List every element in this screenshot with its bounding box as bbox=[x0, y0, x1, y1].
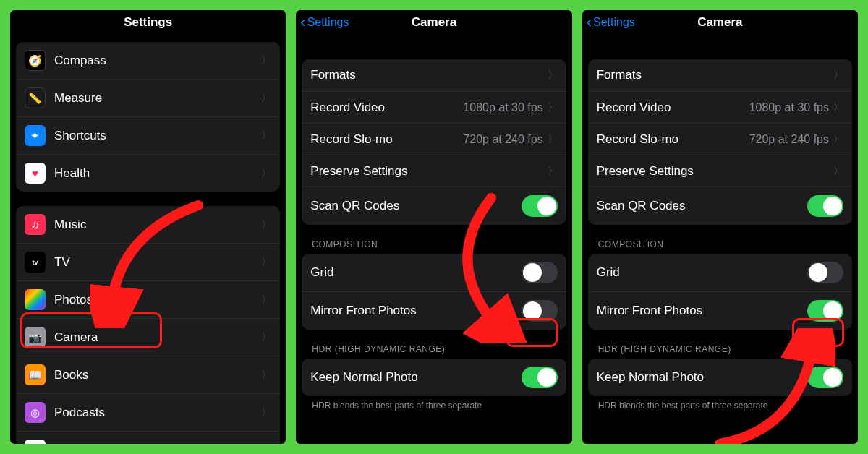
camera-group-composition: Grid Mirror Front Photos bbox=[588, 254, 852, 330]
row-scan-qr: Scan QR Codes bbox=[302, 187, 566, 225]
navbar: ‹ Settings Camera bbox=[296, 10, 571, 35]
toggle-grid[interactable] bbox=[522, 262, 558, 283]
camera-scroll[interactable]: Formats 〉 Record Video 1080p at 30 fps 〉… bbox=[296, 35, 571, 412]
label-mirror: Mirror Front Photos bbox=[597, 304, 807, 318]
chevron-right-icon: 〉 bbox=[261, 218, 271, 231]
section-header-hdr: HDR (HIGH DYNAMIC RANGE) bbox=[598, 344, 852, 354]
row-tv[interactable]: tv TV 〉 bbox=[16, 243, 280, 280]
detail-record-slomo: 720p at 240 fps bbox=[463, 133, 542, 146]
row-podcasts[interactable]: ◎ Podcasts 〉 bbox=[16, 393, 280, 431]
label-preserve: Preserve Settings bbox=[310, 164, 547, 179]
row-keep-normal-photo: Keep Normal Photo bbox=[302, 359, 566, 396]
detail-record-video: 1080p at 30 fps bbox=[749, 101, 829, 114]
compass-icon: 🧭 bbox=[25, 50, 46, 71]
settings-panel: Settings 🧭 Compass 〉 📏 Measure 〉 ✦ Short… bbox=[10, 10, 286, 444]
label-podcasts: Podcasts bbox=[54, 406, 261, 420]
row-preserve-settings[interactable]: Preserve Settings 〉 bbox=[588, 155, 852, 187]
row-shortcuts[interactable]: ✦ Shortcuts 〉 bbox=[16, 116, 280, 154]
section-header-hdr: HDR (HIGH DYNAMIC RANGE) bbox=[312, 344, 566, 354]
music-icon: ♫ bbox=[25, 214, 46, 235]
label-grid: Grid bbox=[310, 265, 521, 280]
detail-record-slomo: 720p at 240 fps bbox=[749, 133, 829, 146]
chevron-right-icon: 〉 bbox=[261, 167, 271, 180]
label-tv: TV bbox=[54, 255, 261, 270]
chevron-right-icon: 〉 bbox=[833, 165, 843, 178]
chevron-right-icon: 〉 bbox=[261, 406, 271, 419]
camera-group-main: Formats 〉 Record Video 1080p at 30 fps 〉… bbox=[588, 59, 852, 225]
row-record-slomo[interactable]: Record Slo-mo 720p at 240 fps 〉 bbox=[588, 123, 852, 155]
chevron-right-icon: 〉 bbox=[261, 294, 271, 307]
page-title: Camera bbox=[697, 15, 742, 30]
camera-icon: 📷 bbox=[25, 327, 46, 348]
chevron-right-icon: 〉 bbox=[833, 69, 843, 82]
photos-icon bbox=[25, 289, 46, 310]
label-gamecenter: Game Center bbox=[54, 443, 261, 445]
row-record-slomo[interactable]: Record Slo-mo 720p at 240 fps 〉 bbox=[302, 123, 566, 155]
camera-settings-panel-before: ‹ Settings Camera Formats 〉 Record Video… bbox=[296, 10, 571, 444]
row-books[interactable]: 📖 Books 〉 bbox=[16, 356, 280, 393]
toggle-keep-normal-photo[interactable] bbox=[807, 367, 843, 388]
back-button[interactable]: ‹ Settings bbox=[587, 14, 635, 30]
chevron-right-icon: 〉 bbox=[261, 256, 271, 269]
navbar: Settings bbox=[10, 10, 286, 35]
row-music[interactable]: ♫ Music 〉 bbox=[16, 206, 280, 243]
row-health[interactable]: ♥ Health 〉 bbox=[16, 154, 280, 192]
label-keep-normal: Keep Normal Photo bbox=[597, 370, 807, 385]
chevron-right-icon: 〉 bbox=[261, 129, 271, 142]
toggle-keep-normal-photo[interactable] bbox=[522, 367, 558, 388]
row-grid: Grid bbox=[302, 254, 566, 291]
chevron-back-icon: ‹ bbox=[587, 14, 592, 30]
settings-group-media: ♫ Music 〉 tv TV 〉 Photos 〉 📷 Camera 〉 📖 bbox=[16, 206, 280, 444]
label-photos: Photos bbox=[54, 293, 261, 307]
chevron-right-icon: 〉 bbox=[548, 133, 558, 146]
row-camera[interactable]: 📷 Camera 〉 bbox=[16, 318, 280, 356]
camera-group-composition: Grid Mirror Front Photos bbox=[302, 254, 566, 330]
label-formats: Formats bbox=[310, 68, 547, 82]
section-header-composition: COMPOSITION bbox=[312, 239, 566, 249]
chevron-right-icon: 〉 bbox=[548, 165, 558, 178]
chevron-right-icon: 〉 bbox=[833, 101, 843, 114]
label-record-slomo: Record Slo-mo bbox=[310, 132, 463, 147]
toggle-scan-qr[interactable] bbox=[522, 195, 558, 217]
row-measure[interactable]: 📏 Measure 〉 bbox=[16, 79, 280, 116]
toggle-grid[interactable] bbox=[807, 262, 843, 283]
detail-record-video: 1080p at 30 fps bbox=[463, 101, 542, 114]
row-record-video[interactable]: Record Video 1080p at 30 fps 〉 bbox=[588, 91, 852, 123]
row-photos[interactable]: Photos 〉 bbox=[16, 280, 280, 318]
row-compass[interactable]: 🧭 Compass 〉 bbox=[16, 42, 280, 79]
navbar: ‹ Settings Camera bbox=[582, 10, 858, 35]
label-mirror: Mirror Front Photos bbox=[310, 304, 521, 318]
chevron-right-icon: 〉 bbox=[548, 101, 558, 114]
page-title: Settings bbox=[124, 15, 172, 30]
settings-scroll[interactable]: 🧭 Compass 〉 📏 Measure 〉 ✦ Shortcuts 〉 ♥ … bbox=[10, 35, 286, 444]
row-formats[interactable]: Formats 〉 bbox=[302, 59, 566, 91]
camera-settings-panel-after: ‹ Settings Camera Formats 〉 Record Video… bbox=[582, 10, 858, 444]
label-music: Music bbox=[54, 218, 261, 232]
toggle-mirror-front-photos[interactable] bbox=[807, 300, 843, 322]
chevron-right-icon: 〉 bbox=[833, 133, 843, 146]
row-preserve-settings[interactable]: Preserve Settings 〉 bbox=[302, 155, 566, 187]
chevron-right-icon: 〉 bbox=[261, 444, 271, 445]
hdr-footer-text: HDR blends the best parts of three separ… bbox=[312, 401, 556, 412]
toggle-scan-qr[interactable] bbox=[807, 195, 843, 217]
label-preserve: Preserve Settings bbox=[597, 164, 833, 179]
label-books: Books bbox=[54, 368, 261, 382]
label-measure: Measure bbox=[54, 91, 261, 106]
row-formats[interactable]: Formats 〉 bbox=[588, 59, 852, 91]
label-record-video: Record Video bbox=[310, 100, 463, 115]
label-shortcuts: Shortcuts bbox=[54, 129, 261, 143]
hdr-footer-text: HDR blends the best parts of three separ… bbox=[598, 401, 842, 412]
chevron-right-icon: 〉 bbox=[548, 69, 558, 82]
row-record-video[interactable]: Record Video 1080p at 30 fps 〉 bbox=[302, 91, 566, 123]
toggle-mirror-front-photos[interactable] bbox=[522, 300, 558, 322]
camera-scroll[interactable]: Formats 〉 Record Video 1080p at 30 fps 〉… bbox=[582, 35, 858, 412]
health-icon: ♥ bbox=[25, 163, 46, 184]
label-health: Health bbox=[54, 166, 261, 181]
back-label: Settings bbox=[593, 16, 635, 29]
camera-group-hdr: Keep Normal Photo bbox=[588, 359, 852, 396]
label-camera: Camera bbox=[54, 330, 261, 345]
row-gamecenter[interactable]: 🎮 Game Center 〉 bbox=[16, 431, 280, 444]
back-button[interactable]: ‹ Settings bbox=[300, 14, 349, 30]
measure-icon: 📏 bbox=[25, 87, 46, 108]
settings-group-utilities: 🧭 Compass 〉 📏 Measure 〉 ✦ Shortcuts 〉 ♥ … bbox=[16, 42, 280, 192]
